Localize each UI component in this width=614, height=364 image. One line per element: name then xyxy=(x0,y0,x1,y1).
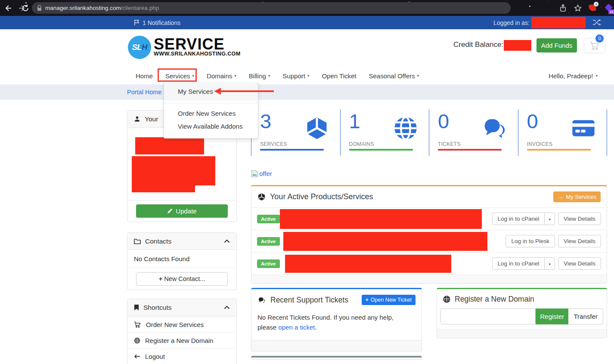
nav-item-open-ticket[interactable]: Open Ticket xyxy=(322,72,356,80)
menu-item-view-available-addons[interactable]: View Available Addons xyxy=(164,120,258,133)
domains-label: DOMAINS xyxy=(349,141,374,147)
services-label: SERVICES xyxy=(260,141,287,147)
view-details-button[interactable]: View Details xyxy=(558,235,601,247)
address-bar[interactable]: manager.srilankahosting.com/clientarea.p… xyxy=(32,2,511,14)
shortcuts-panel: Shortcuts Order New Services Register a … xyxy=(127,299,237,364)
my-services-button[interactable]: → My Services xyxy=(553,191,601,202)
plus-icon: + xyxy=(159,275,162,282)
redacted-service-name xyxy=(285,255,451,273)
tickets-label: TICKETS xyxy=(438,141,461,147)
notification-bar: 1 Notifications Logged in as: xyxy=(0,16,614,29)
login-cpanel-button[interactable]: Log in to cPanel xyxy=(492,213,545,225)
redacted-service-name xyxy=(283,232,487,251)
extension-icon-purple[interactable]: 21 xyxy=(605,3,613,12)
nav-item-billing[interactable]: Billing▾ xyxy=(249,72,270,80)
stat-card-domains[interactable]: 1 DOMAINS xyxy=(340,109,429,156)
support-tickets-title: Recent Support Tickets xyxy=(270,296,348,305)
login-options-caret-button[interactable]: ▾ xyxy=(544,257,555,270)
caret-down-icon: ▾ xyxy=(234,74,236,78)
pencil-icon xyxy=(167,208,173,214)
view-details-button[interactable]: View Details xyxy=(558,213,601,225)
breadcrumb-portal-home[interactable]: Portal Home xyxy=(127,84,162,100)
nav-item-support[interactable]: Support▾ xyxy=(282,72,309,80)
notifications-label: 1 Notifications xyxy=(143,19,180,26)
logged-in-as-label: Logged in as: xyxy=(493,16,530,29)
register-domain-header: Register a New Domain xyxy=(437,289,607,308)
page-content: Your Update Contacts xyxy=(0,100,614,364)
active-products-footer xyxy=(251,275,607,283)
redacted-username xyxy=(531,17,586,28)
stats-overview: 3 SERVICES 1 DOMAINS 0 TICK xyxy=(251,109,607,156)
status-badge: Active xyxy=(257,215,280,223)
update-details-button[interactable]: Update xyxy=(136,204,228,218)
service-row: Active Log in to cPanel ▾ View Details xyxy=(251,252,607,275)
sidebar: Your Update Contacts xyxy=(127,110,237,364)
redacted-service-name xyxy=(280,209,482,229)
share-icon[interactable] xyxy=(559,4,567,12)
caret-down-icon: ▾ xyxy=(549,262,551,266)
url-text: manager.srilankahosting.com/clientarea.p… xyxy=(45,5,159,11)
folder-icon xyxy=(134,238,141,244)
nav-item-home[interactable]: Home xyxy=(136,72,153,80)
new-contact-button[interactable]: + New Contact... xyxy=(136,272,228,286)
contacts-panel: Contacts No Contacts Found + New Contact… xyxy=(127,232,237,290)
account-menu[interactable]: Hello, Pradeep! ▾ xyxy=(549,67,598,84)
register-domain-button[interactable]: Register xyxy=(536,308,568,324)
bookmark-icon xyxy=(134,304,139,311)
credit-balance-label: Credit Balance: xyxy=(453,40,503,49)
nav-item-domains[interactable]: Domains▾ xyxy=(207,72,236,80)
caret-down-icon: ▾ xyxy=(307,74,310,78)
shortcut-register-domain[interactable]: Register a New Domain xyxy=(127,332,236,348)
contacts-footer: + New Contact... xyxy=(127,268,236,290)
breadcrumb: Portal Home xyxy=(0,84,614,100)
register-domain-footer xyxy=(437,329,607,338)
shortcut-logout[interactable]: Logout xyxy=(127,348,236,364)
plus-icon: + xyxy=(366,297,369,303)
browser-back-icon[interactable] xyxy=(3,4,12,12)
chevron-up-icon[interactable] xyxy=(224,239,230,243)
site-logo[interactable]: SLH SERVICE WWW.SRILANKAHOSTING.COM xyxy=(128,36,241,59)
switch-account-icon[interactable] xyxy=(592,19,601,26)
view-details-button[interactable]: View Details xyxy=(558,257,601,270)
services-underline xyxy=(260,149,324,151)
shortcuts-header: Shortcuts xyxy=(127,299,236,316)
domain-search-input[interactable] xyxy=(440,308,536,324)
transfer-domain-button[interactable]: Transfer xyxy=(568,308,603,324)
redacted-client-name xyxy=(135,137,204,154)
active-products-header: Your Active Products/Services → My Servi… xyxy=(251,186,607,207)
tickets-underline xyxy=(438,149,502,151)
contacts-empty-text: No Contacts Found xyxy=(127,250,236,268)
ssl-lock-icon[interactable] xyxy=(37,5,42,11)
domains-count: 1 xyxy=(349,109,360,133)
browser-reload-icon[interactable] xyxy=(22,4,29,12)
support-tickets-panel: Recent Support Tickets + Open New Ticket… xyxy=(251,288,422,352)
flag-icon xyxy=(134,19,140,26)
globe-icon xyxy=(134,337,140,344)
open-new-ticket-button[interactable]: + Open New Ticket xyxy=(362,295,416,305)
bookmark-star-icon[interactable] xyxy=(574,4,582,12)
login-plesk-button[interactable]: Log in to Plesk xyxy=(505,235,555,247)
stat-card-services[interactable]: 3 SERVICES xyxy=(251,109,340,156)
chat-bubbles-icon xyxy=(257,296,266,304)
offer-link-text: offer xyxy=(259,170,272,177)
support-tickets-header: Recent Support Tickets + Open New Ticket xyxy=(251,289,422,308)
add-funds-button[interactable]: Add Funds xyxy=(536,38,577,52)
stat-card-tickets[interactable]: 0 TICKETS xyxy=(429,109,518,156)
chevron-up-icon[interactable] xyxy=(224,305,230,309)
login-options-caret-button[interactable]: ▾ xyxy=(544,213,555,225)
stat-card-invoices[interactable]: 0 INVOICES xyxy=(518,109,608,156)
arrow-left-icon xyxy=(134,354,140,359)
notifications-link[interactable]: 1 Notifications xyxy=(134,16,180,29)
nav-item-seasonal-offers[interactable]: Seasonal Offers▾ xyxy=(369,72,419,80)
login-cpanel-button[interactable]: Log in to cPanel xyxy=(492,257,545,270)
services-count: 3 xyxy=(260,109,271,133)
invoices-label: INVOICES xyxy=(527,141,553,147)
open-a-ticket-link[interactable]: open a ticket xyxy=(278,324,315,331)
extension-icon-red[interactable]: 1 xyxy=(588,3,597,12)
cart-icon xyxy=(134,321,141,328)
menu-item-order-new-services[interactable]: Order New Services xyxy=(164,107,258,120)
logo-text: SERVICE WWW.SRILANKAHOSTING.COM xyxy=(154,38,241,57)
service-row: Active Log in to Plesk View Details xyxy=(251,230,607,252)
offer-banner-link[interactable]: offer xyxy=(251,167,607,177)
shortcut-order-new-services[interactable]: Order New Services xyxy=(127,316,236,332)
